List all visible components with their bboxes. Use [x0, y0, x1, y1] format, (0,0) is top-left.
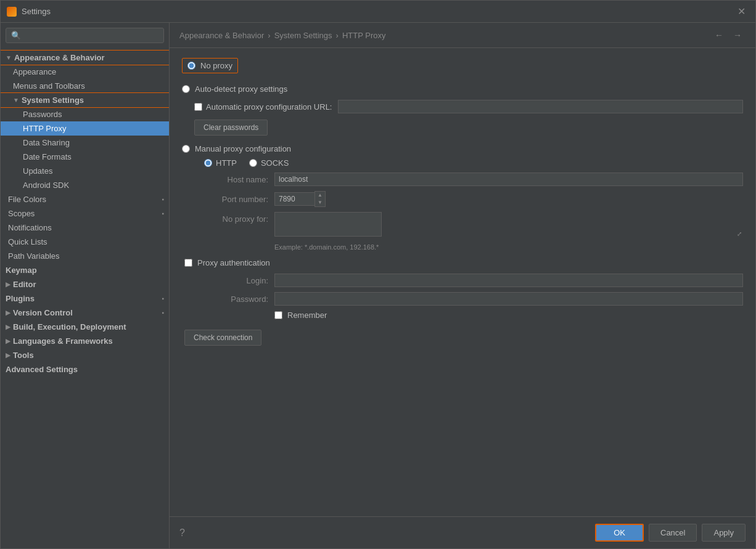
plugins-icon: ▪ [162, 295, 164, 302]
nav-back-button[interactable]: ← [711, 29, 727, 41]
breadcrumb-sep-2: › [336, 31, 339, 40]
http-label: HTTP [216, 158, 237, 168]
sidebar-item-build-exec[interactable]: ▶ Build, Execution, Deployment [1, 320, 169, 334]
content-area: No proxy Auto-detect proxy settings Auto… [170, 48, 755, 516]
http-option[interactable]: HTTP [204, 158, 237, 168]
sidebar-item-appearance-behavior[interactable]: ▼ Appearance & Behavior [1, 51, 169, 65]
auto-config-checkbox[interactable] [194, 103, 202, 111]
sidebar-item-tools[interactable]: ▶ Tools [1, 348, 169, 362]
auto-detect-section: Auto-detect proxy settings [182, 84, 743, 94]
search-box[interactable]: 🔍 [6, 28, 164, 43]
remember-label: Remember [287, 311, 327, 320]
sidebar-item-plugins[interactable]: Plugins ▪ [1, 291, 169, 306]
password-input[interactable] [274, 292, 743, 306]
sidebar-item-quick-lists[interactable]: Quick Lists [1, 235, 169, 249]
sidebar-item-keymap[interactable]: Keymap [1, 263, 169, 277]
cancel-button[interactable]: Cancel [649, 524, 697, 542]
password-row: Password: [182, 292, 743, 306]
no-proxy-radio[interactable] [187, 62, 195, 70]
breadcrumb-sep-1: › [268, 31, 270, 40]
window-title: Settings [22, 7, 734, 16]
auto-config-row: Automatic proxy configuration URL: [182, 100, 743, 113]
sidebar-item-label: Path Variables [8, 251, 60, 261]
no-proxy-option[interactable]: No proxy [182, 58, 238, 73]
sidebar-item-editor[interactable]: ▶ Editor [1, 277, 169, 291]
sidebar-item-path-variables[interactable]: Path Variables [1, 249, 169, 263]
sidebar-item-file-colors[interactable]: File Colors ▪ [1, 192, 169, 206]
socks-option[interactable]: SOCKS [249, 158, 289, 168]
sidebar-item-version-control[interactable]: ▶ Version Control ▪ [1, 306, 169, 320]
sidebar-item-menus-toolbars[interactable]: Menus and Toolbars [1, 79, 169, 93]
search-input[interactable] [25, 31, 158, 40]
no-proxy-for-label: No proxy for: [194, 212, 274, 224]
expand-arrow: ▼ [13, 97, 19, 104]
expand-arrow: ▶ [6, 323, 10, 330]
nav-forward-button[interactable]: → [729, 29, 746, 41]
help-icon[interactable]: ? [179, 527, 185, 539]
scopes-icon: ▪ [162, 210, 164, 217]
no-proxy-for-input[interactable] [274, 212, 382, 237]
manual-proxy-option[interactable]: Manual proxy configuration [182, 144, 743, 153]
socks-radio[interactable] [249, 159, 257, 167]
port-input-wrap: ▲ ▼ [274, 191, 326, 207]
port-input[interactable] [274, 192, 314, 206]
vc-icon: ▪ [162, 309, 164, 316]
sidebar-item-notifications[interactable]: Notifications [1, 221, 169, 235]
window-body: 🔍 ▼ Appearance & Behavior Appearance Men… [1, 23, 755, 548]
sidebar-item-label: Appearance & Behavior [14, 53, 105, 62]
manual-proxy-label: Manual proxy configuration [195, 144, 291, 153]
remember-checkbox[interactable] [274, 311, 282, 319]
breadcrumb-nav: ← → [711, 29, 746, 41]
breadcrumb-bar: Appearance & Behavior › System Settings … [170, 23, 755, 48]
sidebar-item-appearance[interactable]: Appearance [1, 65, 169, 79]
example-text: Example: *.domain.com, 192.168.* [182, 243, 743, 251]
apply-button[interactable]: Apply [702, 524, 746, 542]
sidebar-item-android-sdk[interactable]: Android SDK [1, 178, 169, 192]
manual-proxy-radio[interactable] [182, 145, 190, 153]
sidebar-item-date-formats[interactable]: Date Formats [1, 150, 169, 164]
socks-label: SOCKS [261, 158, 289, 168]
check-connection-button[interactable]: Check connection [184, 330, 261, 346]
auto-config-url-input[interactable] [338, 100, 743, 113]
sidebar-item-label: Notifications [8, 223, 52, 232]
login-label: Login: [194, 276, 274, 285]
close-button[interactable]: ✕ [734, 4, 749, 18]
http-radio[interactable] [204, 159, 212, 167]
sidebar-item-label: Data Sharing [23, 138, 70, 147]
expand-arrow: ▶ [6, 352, 10, 359]
sidebar-item-languages[interactable]: ▶ Languages & Frameworks [1, 334, 169, 348]
search-icon: 🔍 [11, 31, 21, 40]
sidebar-item-label: Advanced Settings [6, 365, 78, 374]
host-name-input[interactable] [274, 173, 743, 186]
sidebar-item-advanced-settings[interactable]: Advanced Settings [1, 362, 169, 376]
sidebar-item-label: Editor [13, 280, 36, 289]
breadcrumb-part-2: System Settings [274, 31, 332, 40]
sidebar-item-data-sharing[interactable]: Data Sharing [1, 136, 169, 150]
manual-proxy-section: Manual proxy configuration [182, 144, 743, 153]
port-label: Port number: [194, 195, 274, 204]
proxy-auth-row: Proxy authentication [182, 258, 743, 267]
ok-button[interactable]: OK [595, 524, 644, 542]
host-name-label: Host name: [194, 175, 274, 184]
bottom-bar: ? OK Cancel Apply [170, 516, 755, 548]
sidebar-item-label: Menus and Toolbars [13, 81, 85, 91]
auto-detect-radio[interactable] [182, 85, 190, 93]
no-proxy-textarea-wrap: ⤢ [274, 212, 743, 238]
port-decrement-button[interactable]: ▼ [315, 199, 325, 206]
sidebar-item-scopes[interactable]: Scopes ▪ [1, 206, 169, 221]
sidebar-item-updates[interactable]: Updates [1, 164, 169, 178]
sidebar-item-http-proxy[interactable]: HTTP Proxy [1, 121, 169, 136]
auto-detect-option[interactable]: Auto-detect proxy settings [182, 84, 743, 94]
sidebar-item-system-settings[interactable]: ▼ System Settings [1, 93, 169, 107]
login-input[interactable] [274, 274, 743, 287]
port-increment-button[interactable]: ▲ [315, 192, 325, 199]
sidebar-item-passwords[interactable]: Passwords [1, 107, 169, 121]
clear-passwords-button[interactable]: Clear passwords [194, 120, 268, 136]
check-connection-section: Check connection [182, 330, 743, 346]
proxy-auth-checkbox[interactable] [184, 259, 192, 267]
sidebar-item-label: System Settings [22, 96, 84, 105]
sidebar-item-label: File Colors [8, 195, 46, 204]
sidebar-item-label: Version Control [13, 308, 73, 317]
host-name-row: Host name: [182, 173, 743, 186]
clear-passwords-section: Clear passwords [182, 120, 743, 136]
